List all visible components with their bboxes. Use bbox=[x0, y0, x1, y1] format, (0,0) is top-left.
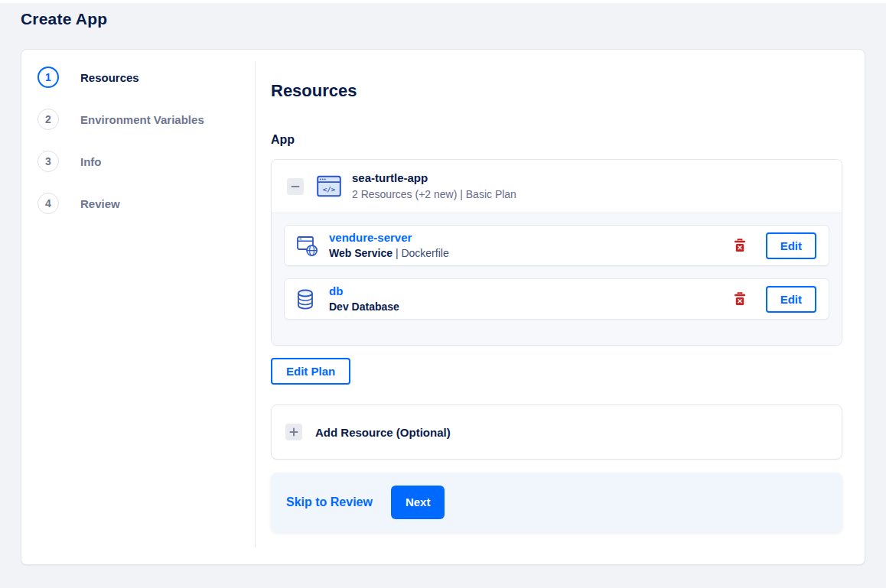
next-button[interactable]: Next bbox=[391, 486, 445, 519]
step-label: Info bbox=[80, 155, 102, 168]
web-service-globe-icon bbox=[297, 235, 320, 257]
trash-icon bbox=[734, 292, 746, 306]
wizard-stepper: 1 Resources 2 Environment Variables 3 In… bbox=[21, 50, 256, 564]
resource-detail: | Dockerfile bbox=[393, 247, 449, 259]
app-card: </> sea-turtle-app 2 Resources (+2 new) … bbox=[271, 159, 842, 346]
step-label: Resources bbox=[80, 71, 139, 84]
edit-resource-button[interactable]: Edit bbox=[766, 286, 816, 313]
trash-icon bbox=[734, 239, 746, 252]
resource-text: vendure-server Web Service | Dockerfile bbox=[329, 231, 732, 260]
resource-name-link[interactable]: vendure-server bbox=[329, 231, 412, 245]
stepper-divider bbox=[255, 61, 256, 547]
resources-step-content: Resources App bbox=[256, 50, 865, 564]
delete-resource-button[interactable] bbox=[732, 237, 748, 254]
step-number-badge: 2 bbox=[37, 109, 59, 130]
edit-plan-button[interactable]: Edit Plan bbox=[271, 358, 350, 385]
app-resources-list: vendure-server Web Service | Dockerfile bbox=[272, 213, 842, 345]
step-number-badge: 3 bbox=[37, 151, 59, 172]
add-resource-button[interactable]: Add Resource (Optional) bbox=[271, 404, 842, 460]
resource-row-vendure-server: vendure-server Web Service | Dockerfile bbox=[284, 225, 829, 266]
collapse-app-button[interactable] bbox=[287, 178, 304, 195]
resource-type: Dev Database bbox=[329, 300, 399, 313]
delete-resource-button[interactable] bbox=[732, 291, 748, 307]
app-card-header: </> sea-turtle-app 2 Resources (+2 new) … bbox=[272, 160, 842, 213]
resource-row-db: db Dev Database bbox=[284, 278, 829, 320]
create-app-page: Create App 1 Resources 2 Environment Var… bbox=[0, 0, 886, 565]
stepper-step-environment-variables[interactable]: 2 Environment Variables bbox=[37, 109, 256, 130]
content-heading: Resources bbox=[271, 81, 842, 101]
resource-subtitle: Dev Database bbox=[329, 300, 732, 313]
stepper-step-info[interactable]: 3 Info bbox=[37, 151, 256, 172]
app-meta: sea-turtle-app 2 Resources (+2 new) | Ba… bbox=[352, 171, 516, 201]
wizard-footer: Skip to Review Next bbox=[271, 473, 842, 532]
database-icon bbox=[297, 288, 320, 310]
add-resource-label: Add Resource (Optional) bbox=[315, 426, 451, 439]
step-label: Review bbox=[80, 197, 120, 210]
stepper-step-review[interactable]: 4 Review bbox=[37, 193, 256, 214]
top-strip bbox=[0, 0, 886, 3]
app-summary: 2 Resources (+2 new) | Basic Plan bbox=[352, 188, 516, 201]
edit-resource-button[interactable]: Edit bbox=[766, 232, 816, 259]
minus-icon bbox=[291, 182, 300, 191]
resource-name-link[interactable]: db bbox=[329, 284, 343, 298]
svg-text:</>: </> bbox=[323, 186, 336, 193]
step-label: Environment Variables bbox=[80, 113, 204, 126]
resource-text: db Dev Database bbox=[329, 284, 732, 313]
step-number-badge: 4 bbox=[37, 193, 59, 214]
resource-type: Web Service bbox=[329, 247, 393, 259]
plus-icon bbox=[285, 424, 302, 440]
resource-subtitle: Web Service | Dockerfile bbox=[329, 247, 732, 260]
stepper-step-resources[interactable]: 1 Resources bbox=[37, 67, 256, 88]
wizard-card: 1 Resources 2 Environment Variables 3 In… bbox=[21, 49, 865, 565]
app-window-code-icon: </> bbox=[317, 175, 341, 197]
app-section-label: App bbox=[271, 132, 842, 147]
app-name: sea-turtle-app bbox=[352, 171, 516, 185]
page-title: Create App bbox=[21, 8, 886, 30]
step-number-badge: 1 bbox=[37, 67, 59, 88]
skip-to-review-link[interactable]: Skip to Review bbox=[286, 495, 373, 509]
